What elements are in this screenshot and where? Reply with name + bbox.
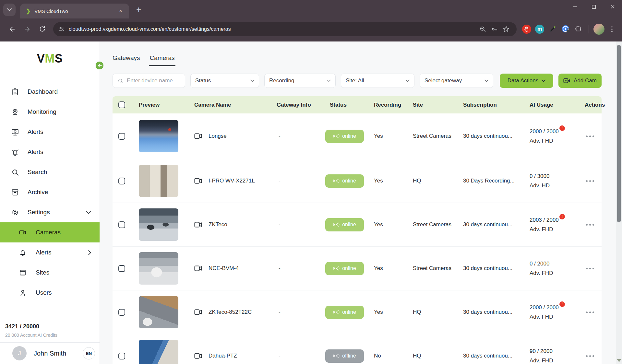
chevron-down-icon [250, 79, 254, 82]
zoom-level-button[interactable] [477, 23, 489, 35]
camera-name: ZKTeco [209, 221, 227, 228]
password-extension-button[interactable] [560, 24, 571, 35]
keyhole-lock-icon [561, 25, 570, 34]
chevron-right-icon [88, 250, 91, 255]
adblock-extension-button[interactable] [521, 24, 532, 35]
camera-icon [194, 265, 202, 272]
sidebar-item-alerts[interactable]: Alerts [0, 142, 100, 162]
row-actions-menu[interactable] [585, 133, 595, 140]
ai-alert-badge: ! [559, 214, 565, 219]
filter-bar: Enter device name Status Recording Site:… [113, 74, 602, 88]
browser-menu-button[interactable] [606, 24, 617, 35]
row-checkbox[interactable] [118, 353, 125, 359]
browser-tab[interactable]: ❯ VMS CloudTwo × [20, 4, 129, 18]
close-window-button[interactable] [603, 0, 622, 14]
sidebar-item-label: Archive [28, 189, 48, 196]
tab-search-button[interactable] [3, 4, 16, 16]
scrollbar-thumb[interactable] [617, 45, 621, 222]
status-filter-dropdown[interactable]: Status [190, 74, 259, 88]
profile-button[interactable] [593, 24, 604, 35]
bell-ringing-icon [11, 148, 19, 156]
sidebar-item-alerts-sub[interactable]: Alerts [0, 242, 100, 263]
password-manager-button[interactable] [489, 23, 500, 35]
site-value: Street Cameras [413, 265, 463, 272]
sidebar-item-cameras[interactable]: Cameras [0, 222, 100, 242]
sidebar-item-monitoring[interactable]: Monitoring [0, 102, 100, 122]
data-actions-button[interactable]: Data Actions [500, 74, 553, 88]
page-content: VMS Dashboard Monitoring Alerts Alerts [0, 41, 622, 364]
row-checkbox[interactable] [118, 178, 125, 184]
column-header-recording: Recording [374, 102, 413, 108]
column-header-subscription: Subscription [463, 102, 530, 108]
chevron-down-icon [484, 79, 488, 82]
camera-preview-thumbnail[interactable] [139, 165, 178, 197]
recording-filter-dropdown[interactable]: Recording [264, 74, 336, 88]
table-body: Longse - online Yes Street Cameras 30 da… [113, 113, 602, 364]
user-name: John Smith [34, 350, 76, 357]
user-menu[interactable]: J John Smith EN [0, 343, 100, 364]
camera-name: ZKTeco-852T22C [209, 309, 252, 315]
sidebar-item-users[interactable]: Users [0, 283, 100, 303]
m-extension-button[interactable]: m [534, 24, 545, 35]
row-checkbox[interactable] [118, 133, 125, 140]
row-actions-menu[interactable] [585, 221, 595, 228]
site-value: HQ [413, 353, 463, 359]
device-search-input[interactable]: Enter device name [113, 74, 185, 88]
page-scrollbar[interactable] [616, 41, 622, 364]
sidebar-item-dashboard[interactable]: Dashboard [0, 82, 100, 102]
forward-button[interactable] [21, 23, 34, 36]
camera-preview-thumbnail[interactable] [139, 340, 178, 364]
gateway-filter-dropdown[interactable]: Select gateway [420, 74, 493, 88]
sidebar-collapse-button[interactable] [95, 61, 104, 70]
camera-preview-thumbnail[interactable] [139, 208, 178, 241]
camera-preview-thumbnail[interactable] [139, 252, 178, 285]
camera-icon [194, 221, 202, 228]
scrollbar-down-arrow-icon[interactable] [617, 359, 621, 362]
url-text[interactable]: cloudtwo-prod.vxgdemo.cloud-vms.com/en/c… [69, 26, 477, 32]
broadcast-icon [333, 266, 340, 271]
eyedropper-extension-button[interactable] [547, 24, 558, 35]
sidebar-item-sites[interactable]: Sites [0, 263, 100, 283]
extensions-button[interactable] [573, 24, 584, 35]
site-filter-dropdown[interactable]: Site: All [341, 74, 414, 88]
sidebar-item-label: Monitoring [28, 108, 56, 115]
row-actions-menu[interactable] [585, 353, 595, 359]
forward-arrow-icon [24, 26, 31, 33]
add-cam-button[interactable]: Add Cam [558, 74, 602, 88]
back-button[interactable] [6, 23, 19, 36]
search-icon [11, 168, 19, 176]
select-all-checkbox[interactable] [118, 101, 125, 108]
language-badge[interactable]: EN [83, 347, 95, 359]
tab-cameras[interactable]: Cameras [150, 54, 174, 65]
subscription-value: 30 days continuou... [463, 353, 530, 359]
minimize-button[interactable] [566, 0, 584, 14]
sidebar-item-label: Cameras [36, 229, 61, 236]
sidebar-item-search[interactable]: Search [0, 162, 100, 182]
row-actions-menu[interactable] [585, 178, 595, 184]
row-actions-menu[interactable] [585, 309, 595, 316]
row-checkbox[interactable] [118, 309, 125, 316]
reload-button[interactable] [36, 23, 49, 36]
site-settings-icon[interactable] [58, 26, 65, 32]
row-actions-menu[interactable] [585, 265, 595, 272]
ai-plan-value: Adv. FHD [530, 270, 578, 276]
sidebar-item-label: Settings [28, 209, 50, 216]
tab-gateways[interactable]: Gateways [113, 54, 140, 65]
camera-preview-thumbnail[interactable] [139, 296, 178, 328]
camera-preview-thumbnail[interactable] [139, 120, 178, 152]
tab-close-icon[interactable]: × [117, 7, 125, 15]
sidebar-item-settings[interactable]: Settings [0, 202, 100, 222]
column-header-status: Status [325, 102, 374, 108]
sidebar-item-archive[interactable]: Archive [0, 182, 100, 202]
bookmark-button[interactable] [500, 23, 512, 35]
url-bar[interactable]: cloudtwo-prod.vxgdemo.cloud-vms.com/en/c… [53, 22, 517, 36]
sidebar-item-health[interactable]: Alerts [0, 122, 100, 142]
row-checkbox[interactable] [118, 265, 125, 272]
new-tab-button[interactable]: + [136, 5, 141, 15]
row-checkbox[interactable] [118, 221, 125, 228]
eyedropper-icon [549, 26, 556, 33]
broadcast-icon [333, 310, 340, 314]
sites-icon [19, 269, 27, 276]
subscription-value: 30 days continuou... [463, 133, 530, 139]
maximize-button[interactable] [584, 0, 603, 14]
